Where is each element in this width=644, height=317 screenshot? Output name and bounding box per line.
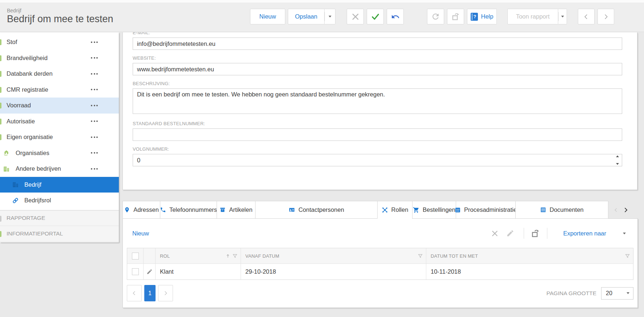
spinner-controls [615, 155, 620, 165]
help-button[interactable]: ? Help [467, 9, 497, 24]
clipped-green-icon [0, 119, 1, 124]
page-size-value: 20 [606, 290, 612, 297]
chevron-right-icon [603, 13, 609, 21]
website-field[interactable] [133, 63, 622, 75]
pin-icon [124, 207, 130, 213]
building-icon [12, 181, 19, 188]
sort-ascending-icon[interactable] [225, 253, 230, 258]
box-icon [220, 207, 226, 213]
filter-funnel-icon[interactable] [625, 253, 630, 259]
toon-rapport-button[interactable]: Toon rapport [507, 9, 558, 24]
network-icon [382, 207, 388, 213]
opslaan-dropdown-button[interactable] [325, 9, 335, 24]
chevron-left-icon [583, 13, 589, 21]
sidebar-item-andere-bedrijven[interactable]: Andere bedrijven [0, 161, 119, 177]
sidebar-item-organisaties[interactable]: Organisaties [0, 145, 119, 161]
open-box-icon [451, 12, 460, 21]
tab-artikelen[interactable]: Artikelen [217, 201, 255, 219]
item-menu-dots-icon[interactable] [91, 57, 98, 59]
sidebar-item-bedrijfsrol[interactable]: Bedrijfsrol [0, 193, 119, 209]
sidebar-nav: Stof Brandveiligheid Databank derden CMR… [0, 32, 119, 242]
item-menu-dots-icon[interactable] [91, 41, 98, 43]
tab-rollen[interactable]: Rollen [377, 201, 412, 219]
confirm-button[interactable] [367, 9, 384, 24]
clipped-green-icon [0, 55, 1, 61]
pager-previous-button[interactable] [127, 285, 142, 301]
beschrijving-field[interactable]: Dit is een bedrijf om mee te testen. We … [133, 88, 622, 114]
checkout-box-icon[interactable] [531, 229, 540, 238]
sidebar-item-stof[interactable]: Stof [0, 34, 119, 50]
row-checkbox[interactable] [132, 268, 139, 275]
undo-button[interactable] [387, 9, 404, 24]
sidebar-section-rapportage[interactable]: RAPPORTAGE [0, 210, 119, 226]
chevron-right-icon [163, 290, 168, 297]
toolbar-divider [524, 228, 524, 239]
bestelnummer-field[interactable] [133, 128, 622, 141]
sidebar-item-eigen-organisatie[interactable]: Eigen organisatie [0, 129, 119, 145]
chevron-down-icon[interactable] [623, 233, 626, 234]
edit-pencil-icon[interactable] [506, 229, 514, 237]
refresh-icon [431, 12, 440, 21]
cancel-button[interactable] [347, 9, 364, 24]
previous-record-button[interactable] [578, 9, 595, 24]
item-menu-dots-icon[interactable] [91, 105, 98, 106]
tab-procesadministratie[interactable]: Procesadministratie [456, 201, 516, 219]
tab-scroll-right-icon[interactable] [623, 206, 629, 214]
spinner-down-icon[interactable] [616, 163, 619, 165]
column-header-rol[interactable]: ROL [155, 248, 241, 263]
cell-datum-tot-en-met: 10-11-2018 [431, 268, 461, 275]
row-edit-pencil-icon[interactable] [146, 269, 153, 275]
tab-contactpersonen[interactable]: Contactpersonen [255, 201, 378, 219]
table-header-row: ROL VANAF DATUM DATUM TOT EN MET [127, 248, 633, 263]
sidebar-item-brandveiligheid[interactable]: Brandveiligheid [0, 50, 119, 66]
tab-scroll-left-icon[interactable] [613, 206, 619, 214]
email-field[interactable] [133, 37, 622, 50]
item-menu-dots-icon[interactable] [91, 136, 98, 138]
select-all-checkbox[interactable] [132, 253, 139, 259]
refresh-button[interactable] [427, 9, 444, 24]
toon-rapport-split-button: Toon rapport [507, 9, 567, 24]
item-menu-dots-icon[interactable] [91, 89, 98, 90]
record-action-group [347, 9, 404, 24]
clipped-green-icon [0, 71, 1, 77]
checkout-button[interactable] [447, 9, 464, 24]
tab-telefoonnummers[interactable]: Telefoonnummers [160, 201, 217, 219]
column-header-vanaf-datum[interactable]: VANAF DATUM [241, 248, 426, 263]
edit-column-header [143, 248, 155, 263]
opslaan-button[interactable]: Opslaan [288, 9, 325, 24]
pager-next-button[interactable] [158, 285, 173, 301]
sidebar-item-autorisatie[interactable]: Autorisatie [0, 114, 119, 130]
grid-nieuw-link[interactable]: Nieuw [132, 230, 149, 237]
exporteren-naar-link[interactable]: Exporteren naar [563, 230, 606, 237]
column-header-datum-tot-en-met[interactable]: DATUM TOT EN MET [426, 248, 633, 263]
sidebar-item-voorraad[interactable]: Voorraad [0, 98, 119, 114]
filter-funnel-icon[interactable] [418, 253, 423, 259]
page-title: Bedrijf om mee te testen [7, 13, 113, 25]
volgnummer-field[interactable] [133, 154, 622, 166]
item-menu-dots-icon[interactable] [91, 120, 98, 122]
undo-icon [391, 12, 400, 21]
check-icon [371, 12, 380, 21]
tab-adressen[interactable]: Adressen [122, 201, 160, 219]
item-menu-dots-icon[interactable] [91, 168, 98, 170]
sidebar-item-databank-derden[interactable]: Databank derden [0, 66, 119, 82]
next-record-button[interactable] [597, 9, 614, 24]
sidebar-item-cmr-registratie[interactable]: CMR registratie [0, 82, 119, 98]
pager-page-button[interactable]: 1 [144, 285, 156, 301]
close-icon [351, 12, 360, 21]
toon-rapport-dropdown-button[interactable] [558, 9, 567, 24]
page-size-select[interactable]: 20 [601, 287, 633, 300]
tab-bestellingen[interactable]: Bestellingen [412, 201, 456, 219]
item-menu-dots-icon[interactable] [91, 152, 98, 154]
filter-funnel-icon[interactable] [232, 253, 238, 259]
table-row[interactable]: Klant 29-10-2018 10-11-2018 [127, 263, 633, 280]
delete-icon[interactable] [491, 229, 499, 238]
spinner-up-icon[interactable] [616, 155, 619, 157]
sidebar-section-informatieportal[interactable]: INFORMATIEPORTAL [0, 226, 119, 242]
clipped-green-icon [0, 39, 1, 45]
tab-documenten[interactable]: Documenten [515, 201, 608, 219]
item-menu-dots-icon[interactable] [91, 73, 98, 75]
cell-rol: Klant [160, 268, 174, 275]
sidebar-item-bedrijf[interactable]: Bedrijf [0, 177, 119, 193]
nieuw-button[interactable]: Nieuw [250, 9, 285, 24]
